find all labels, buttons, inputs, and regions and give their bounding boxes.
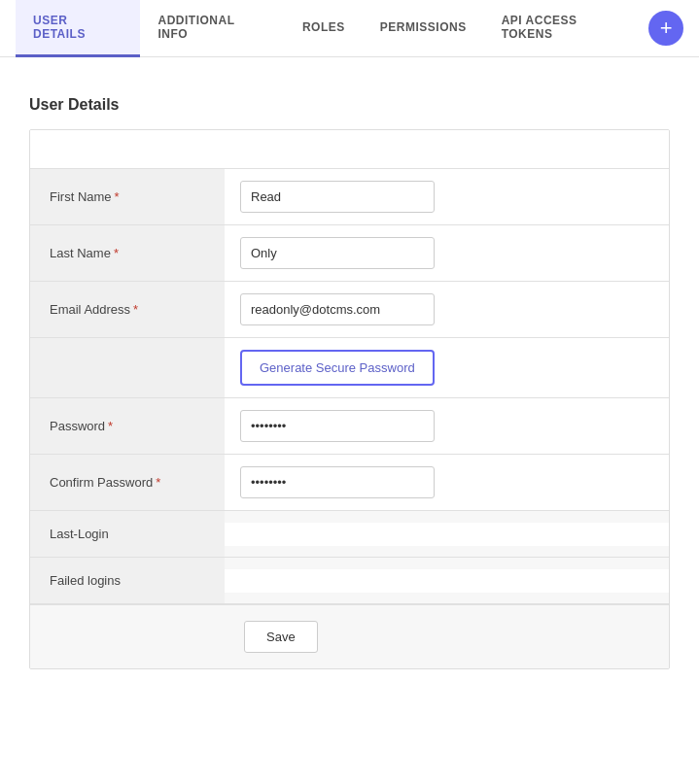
required-star: * [115,189,120,204]
email-input[interactable] [240,293,435,325]
tab-roles[interactable]: ROLES [285,7,363,51]
save-button[interactable]: Save [244,621,318,653]
form-footer-inner: Save [244,621,318,653]
gen-row-spacer [30,338,225,397]
add-button[interactable]: + [648,11,683,46]
confirm-password-row: Confirm Password* [30,455,669,511]
tab-permissions[interactable]: PERMISSIONS [363,7,484,51]
page-title: User Details [29,96,670,114]
failed-logins-row: Failed logins [30,558,669,604]
confirm-password-input[interactable] [240,466,435,498]
failed-logins-field [225,569,669,593]
last-name-label: Last Name* [30,225,225,281]
confirm-password-label: Confirm Password* [30,455,225,510]
email-field [225,282,669,337]
first-name-input[interactable] [240,181,435,213]
first-name-row: First Name* [30,169,669,225]
generate-secure-password-button[interactable]: Generate Secure Password [240,350,435,386]
first-name-label: First Name* [30,169,225,224]
required-star: * [114,246,119,260]
tab-bar: USER DETAILS ADDITIONAL INFO ROLES PERMI… [0,0,699,57]
tab-additional-info[interactable]: ADDITIONAL INFO [140,0,284,57]
last-name-field [225,225,669,281]
password-field [225,398,669,454]
user-details-form: First Name* Last Name* Email Address* [29,129,670,669]
last-login-field [225,523,669,546]
first-name-field [225,169,669,224]
password-row: Password* [30,398,669,455]
required-star: * [156,475,160,490]
page-content: User Details First Name* Last Name* Em [0,57,699,699]
password-label: Password* [30,398,225,454]
last-login-label: Last-Login [30,511,225,557]
last-name-row: Last Name* [30,225,669,282]
last-login-row: Last-Login [30,511,669,558]
tab-user-details[interactable]: USER DETAILS [16,0,140,57]
required-star: * [108,419,113,433]
form-footer: Save [30,604,669,668]
confirm-password-field [225,455,669,510]
failed-logins-label: Failed logins [30,558,225,603]
last-name-input[interactable] [240,237,435,269]
generate-password-row: Generate Secure Password [30,338,669,398]
password-input[interactable] [240,410,435,442]
tab-api-access-tokens[interactable]: API ACCESS TOKENS [484,0,649,57]
email-label: Email Address* [30,282,225,337]
required-star: * [133,302,138,317]
form-header-space [30,130,669,169]
email-row: Email Address* [30,282,669,338]
generate-password-field: Generate Secure Password [225,338,669,397]
